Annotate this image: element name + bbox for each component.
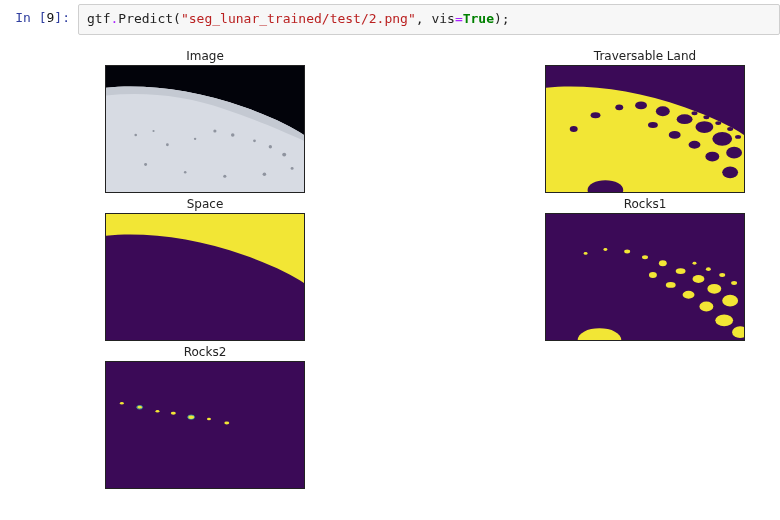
svg-point-17 [591, 112, 601, 118]
svg-point-19 [635, 101, 647, 109]
traversable-mask [546, 66, 744, 192]
plot-title-image: Image [186, 49, 224, 63]
svg-point-4 [194, 138, 196, 140]
svg-point-44 [693, 275, 705, 283]
code-close: ); [494, 11, 510, 26]
svg-point-12 [223, 175, 226, 178]
plot-title-traversable: Traversable Land [594, 49, 696, 63]
svg-point-63 [188, 415, 194, 419]
svg-point-6 [231, 133, 235, 137]
svg-point-40 [624, 249, 630, 253]
plot-space: Space [80, 197, 330, 341]
svg-point-35 [735, 135, 741, 139]
svg-point-28 [689, 141, 701, 149]
plots-grid: Image Traversab [80, 49, 770, 489]
svg-rect-37 [546, 214, 744, 340]
code-eq: = [455, 11, 463, 26]
svg-point-56 [719, 273, 725, 277]
code-method: Predict [118, 11, 173, 26]
svg-point-33 [715, 121, 721, 125]
svg-point-13 [263, 172, 267, 176]
svg-point-27 [669, 131, 681, 139]
code-open: ( [173, 11, 181, 26]
svg-point-10 [144, 163, 147, 166]
svg-point-60 [137, 406, 142, 409]
svg-point-23 [712, 132, 732, 146]
lunar-image [106, 66, 304, 192]
svg-point-16 [570, 126, 578, 132]
svg-point-50 [683, 291, 695, 299]
svg-point-51 [699, 302, 713, 312]
svg-point-57 [731, 281, 737, 285]
plot-title-rocks2: Rocks2 [184, 345, 227, 359]
svg-point-38 [584, 252, 588, 255]
code-sep: , [416, 11, 432, 26]
svg-point-7 [253, 139, 256, 142]
cell-output: Image Traversab [70, 39, 780, 489]
svg-point-30 [722, 166, 738, 178]
svg-point-43 [676, 268, 686, 274]
svg-point-65 [224, 421, 229, 424]
svg-point-29 [705, 152, 719, 162]
svg-point-55 [706, 267, 711, 271]
svg-rect-58 [106, 362, 304, 488]
cell-prompt: In [9]: [0, 4, 78, 25]
svg-point-21 [677, 114, 693, 124]
plot-frame-image [105, 65, 305, 193]
plot-image: Image [80, 49, 330, 193]
code-obj: gtf [87, 11, 110, 26]
notebook-code-cell: In [9]: gtf.Predict("seg_lunar_trained/t… [0, 0, 780, 39]
svg-point-61 [156, 410, 160, 413]
prompt-prefix: In [ [15, 10, 46, 25]
svg-point-49 [666, 282, 676, 288]
svg-point-9 [282, 153, 286, 157]
plot-rocks1: Rocks1 [520, 197, 770, 341]
svg-point-8 [269, 145, 272, 148]
prompt-suffix: ]: [54, 10, 70, 25]
code-input[interactable]: gtf.Predict("seg_lunar_trained/test/2.pn… [78, 4, 780, 35]
svg-point-59 [120, 402, 124, 405]
svg-point-24 [726, 147, 742, 159]
plot-frame-rocks1 [545, 213, 745, 341]
svg-point-20 [656, 106, 670, 116]
svg-point-34 [727, 127, 733, 131]
rocks2-mask [106, 362, 304, 488]
svg-point-14 [291, 167, 294, 170]
svg-point-22 [695, 121, 713, 133]
svg-point-2 [152, 130, 154, 132]
plot-frame-space [105, 213, 305, 341]
plot-empty [520, 345, 770, 489]
svg-point-62 [171, 412, 176, 415]
svg-point-54 [693, 262, 697, 265]
rocks1-mask [546, 214, 744, 340]
svg-point-26 [648, 122, 658, 128]
svg-point-11 [184, 171, 187, 174]
svg-point-32 [703, 115, 709, 119]
svg-point-52 [715, 314, 733, 326]
plot-title-space: Space [187, 197, 224, 211]
svg-point-41 [642, 255, 648, 259]
plot-traversable: Traversable Land [520, 49, 770, 193]
code-kw-val: True [463, 11, 494, 26]
plot-frame-rocks2 [105, 361, 305, 489]
svg-point-64 [207, 418, 211, 421]
svg-point-1 [134, 134, 137, 137]
svg-point-42 [659, 260, 667, 266]
plot-rocks2: Rocks2 [80, 345, 330, 489]
svg-point-18 [615, 104, 623, 110]
space-mask [106, 214, 304, 340]
svg-point-46 [722, 295, 738, 307]
code-arg-string: "seg_lunar_trained/test/2.png" [181, 11, 416, 26]
plot-title-rocks1: Rocks1 [624, 197, 667, 211]
svg-point-3 [166, 143, 169, 146]
plot-frame-traversable [545, 65, 745, 193]
svg-point-48 [649, 272, 657, 278]
svg-point-39 [603, 248, 607, 251]
code-kw-name: vis [431, 11, 454, 26]
svg-point-45 [707, 284, 721, 294]
svg-point-31 [692, 111, 698, 115]
svg-point-5 [213, 129, 216, 132]
